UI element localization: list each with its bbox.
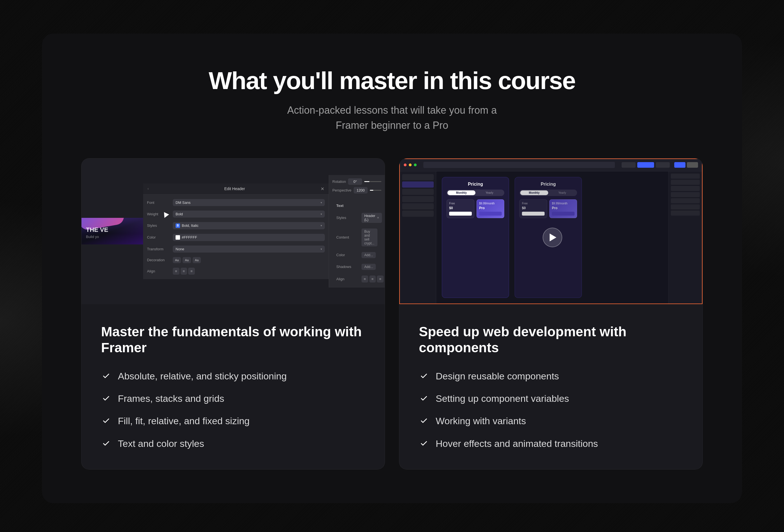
browser-dot-yellow [409, 164, 412, 166]
tier-free: Free [449, 202, 472, 205]
rp-row-6 [671, 204, 700, 209]
align-center-btn[interactable]: ≡ [180, 268, 187, 275]
cards-grid: THE VE Build yo ‹ Edit Header ✕ [81, 158, 703, 470]
rotation-label: Rotation [332, 179, 346, 184]
text-shadows-add[interactable]: Add... [362, 264, 376, 270]
list-item: Design reusable components [419, 370, 683, 382]
text-align-label: Align [336, 277, 359, 281]
align-label: Align [147, 269, 169, 273]
price-cards-row-1: Free $0 $9.99/month Pro [447, 199, 504, 218]
decoration-buttons: Aa Aa Aa [173, 257, 201, 263]
header-section: What you'll master in this course Action… [81, 67, 703, 133]
text-align-center[interactable]: ≡ [369, 276, 376, 282]
rp-row-1 [671, 174, 700, 179]
panel-row-styles: Styles B Bold, Italic ▾ [143, 220, 329, 231]
toggle-yearly: Yearly [475, 190, 503, 195]
browser-action-buttons [674, 162, 698, 168]
text-color-add[interactable]: Add... [362, 252, 376, 258]
panel-row-transform: Transform None ▾ [143, 243, 329, 255]
price-card-free: Free $0 [447, 199, 474, 218]
card1-checklist: Absolute, relative, and sticky positioni… [101, 370, 365, 450]
canvas-area: Pricing Monthly Yearly Free $0 [436, 171, 668, 304]
pricing-card-1: Pricing Monthly Yearly Free $0 [442, 177, 509, 298]
page-subtitle: Action-packed lessons that will take you… [81, 103, 703, 133]
cursor-arrow-icon [162, 212, 169, 219]
header-badge[interactable]: Header (L) ✕ [362, 213, 382, 223]
screenshot-components: Pricing Monthly Yearly Free $0 [399, 159, 702, 304]
font-value[interactable]: DM Sans ▾ [173, 199, 325, 206]
text-section-label: Text [332, 201, 381, 209]
browser-nav-pills [622, 162, 670, 168]
list-item: Absolute, relative, and sticky positioni… [101, 370, 365, 382]
check-icon-2 [101, 393, 111, 403]
card1-content: Master the fundamentals of working with … [82, 304, 385, 469]
weight-value[interactable]: Bold ▾ [173, 211, 325, 218]
align-right-btn[interactable]: ≡ [188, 268, 195, 275]
video-sidebar [400, 171, 436, 304]
free-btn[interactable] [449, 212, 472, 216]
panel-row-color: Color #FFFFFF [143, 231, 329, 243]
rp-row-2 [671, 180, 700, 185]
panel-rows: Font DM Sans ▾ Weight Bold [143, 195, 329, 279]
play-button-overlay[interactable] [543, 228, 562, 247]
checklist-text-3: Fill, fit, relative, and fixed sizing [118, 415, 250, 427]
free-btn-2[interactable] [522, 212, 544, 216]
perspective-row: Perspective 1200 [332, 187, 381, 194]
price-cards-row-2: Free $0 $9.99/month Pro [520, 199, 577, 218]
list-item: Working with variants [419, 415, 683, 427]
nav-pill-3 [656, 162, 670, 168]
browser-url-bar[interactable] [423, 162, 615, 168]
pricing-toggle: Monthly Yearly [447, 190, 504, 196]
rp-row-4 [671, 192, 700, 197]
rotation-slider[interactable] [364, 181, 381, 182]
check-icon-4 [101, 439, 111, 449]
toggle-yearly-2: Yearly [548, 190, 576, 195]
panel-row-weight: Weight Bold ▾ [143, 208, 329, 220]
deco-btn-1[interactable]: Aa [173, 257, 181, 263]
browser-btn-2[interactable] [687, 162, 698, 168]
deco-btn-2[interactable]: Aa [183, 257, 191, 263]
transform-value[interactable]: None ▾ [173, 246, 325, 253]
badge-close-icon[interactable]: ✕ [377, 216, 379, 219]
check-icon-3 [101, 416, 111, 426]
panel-row-align: Align ≡ ≡ ≡ [143, 265, 329, 277]
check-icon-1 [101, 371, 111, 381]
browser-btn-1[interactable] [674, 162, 685, 168]
check-icon-8 [419, 439, 429, 449]
video-content-area: Pricing Monthly Yearly Free $0 [400, 171, 702, 304]
pro-btn-2[interactable] [552, 212, 575, 216]
text-align-row: Align ≡ ≡ ≡ [332, 274, 381, 284]
sidebar-mini-item-4 [402, 196, 434, 202]
text-align-right[interactable]: ≡ [377, 276, 384, 282]
text-shadows-label: Shadows [336, 264, 359, 269]
deco-btn-3[interactable]: Aa [193, 257, 201, 263]
list-item: Hover effects and animated transitions [419, 437, 683, 450]
list-item: Fill, fit, relative, and fixed sizing [101, 415, 365, 427]
color-value[interactable]: #FFFFFF [173, 234, 325, 241]
text-content-row: Content Buy and sell crypt... [332, 227, 381, 248]
feature-card-fundamentals: THE VE Build yo ‹ Edit Header ✕ [81, 158, 385, 470]
text-align-left[interactable]: ≡ [362, 276, 368, 282]
text-shadows-row: Shadows Add... [332, 262, 381, 272]
perspective-slider[interactable] [370, 190, 381, 191]
styles-value[interactable]: B Bold, Italic ▾ [173, 222, 325, 229]
video-mockup: Pricing Monthly Yearly Free $0 [400, 159, 702, 304]
card2-checklist: Design reusable components Setting up co… [419, 370, 683, 450]
text-styles-row: Styles Header (L) ✕ [332, 211, 381, 225]
panel-close-icon[interactable]: ✕ [320, 186, 324, 192]
list-item: Text and color styles [101, 437, 365, 450]
sidebar-mini-item-2 [402, 181, 434, 188]
pricing-toggle-2: Monthly Yearly [520, 190, 577, 196]
toggle-monthly: Monthly [447, 190, 475, 195]
sidebar-mini-item-1 [402, 174, 434, 180]
rp-row-5 [671, 198, 700, 203]
perspective-value: 1200 [354, 187, 368, 194]
card2-title: Speed up web development with components [419, 324, 683, 356]
text-color-row: Color Add... [332, 250, 381, 260]
align-left-btn[interactable]: ≡ [173, 268, 179, 275]
font-label: Font [147, 200, 169, 205]
panel-title-text: Edit Header [224, 187, 245, 191]
pricing-title-2: Pricing [520, 182, 577, 187]
pro-btn[interactable] [479, 212, 502, 216]
checklist-text-1: Absolute, relative, and sticky positioni… [118, 370, 287, 382]
